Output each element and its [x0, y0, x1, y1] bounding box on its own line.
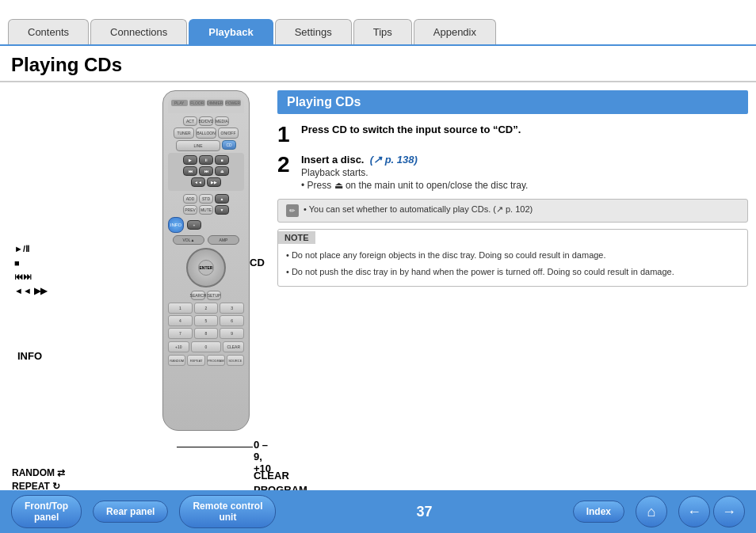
skip-row: ⏮ ⏭ ⏏ — [170, 166, 242, 176]
vol-up-btn[interactable]: + — [187, 220, 201, 230]
remote-label-3: DIMMER — [207, 100, 223, 106]
remote-label-2: FLOOR — [189, 100, 206, 106]
remote-control-unit-btn[interactable]: Remote control unit — [179, 495, 276, 528]
stop-btn[interactable]: ■ — [215, 155, 229, 165]
enter-btn[interactable]: ENTER — [198, 260, 214, 276]
line-btn[interactable]: LINE — [176, 140, 220, 151]
info-box-text: • You can set whether to automatically p… — [304, 204, 533, 215]
step-2-content: Insert a disc. (↗ p. 138) Playback start… — [301, 154, 748, 191]
info-btn-text: INFO — [170, 223, 181, 227]
ffw-btn[interactable]: ▶▶ — [207, 177, 221, 187]
cd-btn[interactable]: CD — [222, 140, 236, 150]
play-stop-row: ▶ ⏸ ■ — [170, 155, 242, 165]
on-off-btn[interactable]: ON/OFF — [218, 128, 239, 139]
media-btn[interactable]: MEDIA — [215, 116, 229, 126]
source-btn[interactable]: SOURCE — [227, 355, 244, 366]
aux-row: LINE CD — [168, 140, 244, 151]
tuner-btn[interactable]: TUNER — [174, 128, 194, 139]
num0-btn[interactable]: 0 — [191, 341, 222, 352]
add-btn[interactable]: ADD — [183, 194, 197, 204]
active-btn[interactable]: ACT — [183, 116, 197, 126]
tab-appendix[interactable]: Appendix — [414, 19, 496, 44]
step-2-title-link[interactable]: (↗ p. 138) — [370, 154, 418, 166]
circle-nav[interactable]: ENTER — [186, 248, 226, 287]
search-btn[interactable]: SEARCH — [191, 291, 205, 300]
section-header: Playing CDs — [277, 90, 748, 114]
num4-btn[interactable]: 4 — [168, 315, 193, 326]
down-btn[interactable]: ▼ — [215, 205, 229, 215]
forward-btn[interactable]: → — [713, 496, 745, 527]
numpad: 1 2 3 4 5 6 7 8 9 — [168, 303, 244, 339]
stop-label: ■ — [14, 257, 47, 271]
num6-btn[interactable]: 6 — [220, 315, 244, 326]
random-btn[interactable]: RANDOM — [168, 355, 185, 366]
step-2-sub2: • Press ⏏ on the main unit to open/close… — [301, 180, 748, 191]
info-label: INFO — [17, 350, 42, 362]
input-buttons-row: ACT BD/DVD MEDIA — [168, 116, 244, 126]
index-btn[interactable]: Index — [573, 501, 624, 523]
page-number: 37 — [417, 504, 433, 520]
std-btn[interactable]: STD — [199, 194, 213, 204]
rear-panel-btn[interactable]: Rear panel — [93, 501, 168, 523]
call-mute-row: PREV MUTE ▼ — [168, 205, 244, 215]
program-btn[interactable]: PROGRAM — [207, 355, 225, 366]
play-btn[interactable]: ▶ — [183, 155, 197, 165]
pause-btn[interactable]: ⏸ — [199, 155, 213, 165]
tab-tips[interactable]: Tips — [353, 19, 412, 44]
num8-btn[interactable]: 8 — [194, 328, 219, 339]
function-row: RANDOM REPEAT PROGRAM SOURCE — [168, 355, 244, 366]
page-title: Playing CDs — [0, 46, 756, 82]
rew-ffw-label: ◄◄ ▶▶ — [14, 284, 47, 299]
rew-btn[interactable]: ◄◄ — [191, 177, 205, 187]
note-box: NOTE • Do not place any foreign objects … — [277, 229, 748, 287]
skip-back-icon: ⏮⏭ — [14, 272, 32, 281]
step-2-title-prefix: Insert a disc. — [301, 154, 364, 166]
open-btn[interactable]: ⏏ — [215, 166, 229, 176]
remote-label-4: POWER — [225, 100, 242, 106]
info-btn[interactable]: INFO — [168, 217, 184, 233]
main-content: ►/Ⅱ ■ ⏮⏭ ◄◄ ▶▶ INFO RANDOM ⇄ REPEAT ↻ CD… — [0, 90, 756, 431]
remote-control: PLAY FLOOR DIMMER POWER ACT BD/DVD MEDIA… — [162, 90, 250, 431]
skip-fwd-btn[interactable]: ⏭ — [199, 166, 213, 176]
numpad-bottom-row: +10 0 CLEAR — [168, 341, 244, 352]
front-top-panel-btn[interactable]: Front/Top panel — [11, 495, 82, 528]
instructions-area: Playing CDs 1 Press CD to switch the inp… — [277, 90, 748, 431]
prev-next-btn[interactable]: PREV — [183, 205, 197, 215]
back-btn[interactable]: ← — [678, 496, 710, 527]
num3-btn[interactable]: 3 — [220, 303, 244, 314]
search-setup-row: SEARCH SETUP — [168, 291, 244, 300]
num5-btn[interactable]: 5 — [194, 315, 219, 326]
rew-ffw-icon: ◄◄ ▶▶ — [14, 286, 47, 295]
cd-label: CD — [250, 257, 265, 268]
clear-btn[interactable]: CLEAR — [223, 341, 244, 352]
home-btn[interactable]: ⌂ — [636, 496, 667, 527]
info-row: INFO + — [168, 217, 244, 233]
repeat-btn[interactable]: REPEAT — [187, 355, 204, 366]
step-1-content: Press CD to switch the input source to “… — [301, 124, 748, 137]
tab-playback[interactable]: Playback — [189, 19, 273, 44]
plus10-btn[interactable]: +10 — [168, 341, 189, 352]
note-line-1: • Do not place any foreign objects in th… — [286, 249, 739, 262]
step-1-title: Press CD to switch the input source to “… — [301, 124, 748, 135]
tab-contents[interactable]: Contents — [8, 19, 89, 44]
note-body: • Do not place any foreign objects in th… — [278, 244, 747, 286]
remote-area: ►/Ⅱ ■ ⏮⏭ ◄◄ ▶▶ INFO RANDOM ⇄ REPEAT ↻ CD… — [8, 90, 262, 431]
up-btn[interactable]: ▲ — [215, 194, 229, 204]
circle-nav-area: ENTER — [168, 248, 244, 287]
mute-btn[interactable]: MUTE — [199, 205, 213, 215]
nums-connector — [177, 447, 253, 447]
num1-btn[interactable]: 1 — [168, 303, 193, 314]
tab-settings[interactable]: Settings — [275, 19, 352, 44]
bd-dvd-btn[interactable]: BD/DVD — [199, 116, 213, 126]
remote-label-1: PLAY — [171, 100, 188, 106]
skip-back-btn[interactable]: ⏮ — [183, 166, 197, 176]
remote-top-labels: PLAY FLOOR DIMMER POWER — [168, 97, 244, 113]
step-2-title: Insert a disc. (↗ p. 138) — [301, 154, 748, 166]
num7-btn[interactable]: 7 — [168, 328, 193, 339]
tab-connections[interactable]: Connections — [90, 19, 187, 44]
setup-btn[interactable]: SETUP — [207, 291, 221, 300]
balloon-btn[interactable]: BALLOON — [196, 128, 216, 139]
num9-btn[interactable]: 9 — [220, 328, 244, 339]
info-box: ✏ • You can set whether to automatically… — [277, 199, 748, 223]
num2-btn[interactable]: 2 — [194, 303, 219, 314]
